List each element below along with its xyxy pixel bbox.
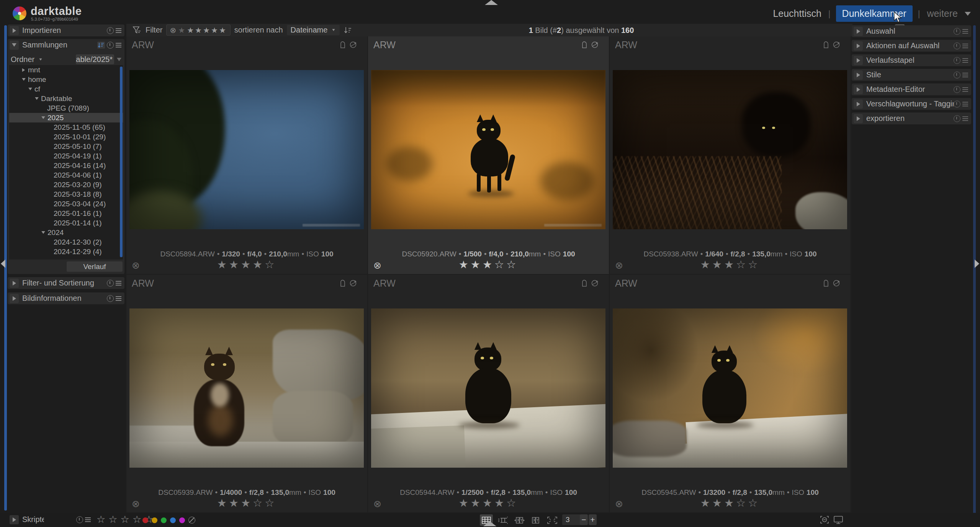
- tree-scrollbar[interactable]: [120, 67, 123, 257]
- focus-peaking-icon[interactable]: [820, 515, 829, 524]
- rating-stars[interactable]: ★★★☆☆: [126, 497, 367, 509]
- info-icon[interactable]: [76, 516, 83, 523]
- module-stile[interactable]: Stile: [852, 69, 971, 81]
- tree-item[interactable]: 2025-04-16 (14): [9, 161, 123, 170]
- presets-menu-icon[interactable]: [962, 73, 968, 77]
- zoom-in-button[interactable]: +: [589, 514, 597, 525]
- tree-item[interactable]: JPEG (7089): [9, 103, 123, 113]
- presets-menu-icon[interactable]: [962, 116, 968, 121]
- zoom-level-input[interactable]: 3: [562, 514, 581, 525]
- presets-menu-icon[interactable]: [116, 281, 121, 286]
- thumbnail[interactable]: ARW DSC05894.ARW•1/320•f/4,0•210,0mm•ISO…: [126, 36, 367, 274]
- star-rating-filter[interactable]: ⊗ ★ ★★★★★: [166, 24, 230, 36]
- tree-item[interactable]: 2024: [9, 228, 123, 237]
- module-importieren[interactable]: Importieren: [8, 24, 124, 36]
- tree-item[interactable]: 2024-12-29 (4): [9, 247, 123, 256]
- tree-item[interactable]: mnt: [9, 65, 123, 75]
- dropdown-icon[interactable]: [117, 58, 121, 61]
- tree-item[interactable]: 2025-10-01 (29): [9, 132, 123, 142]
- presets-menu-icon[interactable]: [116, 28, 121, 33]
- tree-item[interactable]: 2025-03-20 (9): [9, 180, 123, 189]
- info-icon[interactable]: [954, 42, 960, 49]
- presets-menu-icon[interactable]: [962, 87, 968, 92]
- module-verlaufsstapel[interactable]: Verlaufsstapel: [852, 54, 971, 66]
- thumbnail[interactable]: ARW DSC05939.ARW•1/4000•f/2,8•135,0mm•IS…: [126, 275, 367, 512]
- tree-item[interactable]: 2025-11-05 (65): [9, 122, 123, 132]
- thumbnail[interactable]: ARW DSC05945.ARW•1/3200•f/2,8•135,0mm•IS…: [610, 275, 851, 512]
- clear-color-label-icon[interactable]: [188, 517, 195, 524]
- expand-arrow-icon[interactable]: [10, 294, 19, 303]
- color-label-blue[interactable]: [170, 517, 176, 523]
- info-icon[interactable]: [954, 86, 960, 93]
- display-profile-icon[interactable]: [833, 515, 843, 524]
- tree-item[interactable]: 2025-05-10 (7): [9, 142, 123, 151]
- expand-bottom-panel-arrow[interactable]: [483, 521, 496, 526]
- sort-by-dropdown[interactable]: Dateiname: [287, 25, 340, 35]
- expand-arrow-icon[interactable]: [10, 515, 19, 524]
- tree-item[interactable]: home: [9, 75, 123, 84]
- reject-icon[interactable]: ⊗: [373, 498, 381, 509]
- module-auswahl[interactable]: Auswahl: [852, 25, 971, 37]
- tree-item[interactable]: cf: [9, 84, 123, 94]
- info-icon[interactable]: [954, 57, 960, 64]
- tree-item-selected[interactable]: 2025: [9, 113, 123, 122]
- expand-arrow-icon[interactable]: [854, 56, 863, 65]
- thumbnail[interactable]: ARW DSC05944.ARW•1/2500•f/2,8•135,0mm•IS…: [368, 275, 609, 512]
- presets-menu-icon[interactable]: [116, 296, 121, 301]
- collapse-left-panel-arrow[interactable]: [1, 259, 5, 268]
- presets-menu-icon[interactable]: [85, 517, 91, 522]
- tab-leuchttisch[interactable]: Leuchttisch: [771, 5, 823, 22]
- color-label-purple[interactable]: [179, 517, 185, 523]
- right-panel-scrollbar[interactable]: [973, 25, 976, 523]
- tab-weitere[interactable]: weitere: [925, 5, 959, 22]
- reject-icon[interactable]: ⊗: [373, 260, 381, 271]
- module-bildinformationen[interactable]: Bildinformationen: [8, 292, 124, 304]
- info-icon[interactable]: [954, 101, 960, 108]
- collapse-right-panel-arrow[interactable]: [975, 259, 979, 268]
- expand-arrow-icon[interactable]: [10, 279, 19, 288]
- info-icon[interactable]: [107, 27, 114, 34]
- collapse-arrow-icon[interactable]: [10, 41, 19, 50]
- rating-stars[interactable]: ★★★★☆: [126, 258, 367, 271]
- thumbnail-selected[interactable]: ARW DSC05920.A: [368, 36, 609, 274]
- expand-arrow-icon[interactable]: [854, 100, 863, 109]
- tree-item[interactable]: 2025-04-19 (1): [9, 151, 123, 161]
- sort-collection-icon[interactable]: [97, 42, 105, 49]
- rating-stars[interactable]: ★★★☆☆: [610, 497, 851, 509]
- tree-item[interactable]: 2024-12-30 (2): [9, 237, 123, 247]
- expand-arrow-icon[interactable]: [854, 114, 863, 123]
- chevron-down-icon[interactable]: [39, 58, 42, 60]
- tree-item[interactable]: Darktable: [9, 94, 123, 103]
- presets-menu-icon[interactable]: [962, 29, 968, 34]
- expand-arrow-icon[interactable]: [854, 41, 863, 51]
- info-icon[interactable]: [954, 115, 960, 122]
- tree-item[interactable]: 2025-03-18 (8): [9, 189, 123, 199]
- sort-direction-icon[interactable]: [344, 26, 352, 34]
- reject-icon[interactable]: ⊗: [615, 498, 623, 509]
- info-icon[interactable]: [954, 72, 960, 78]
- collapse-top-panel-arrow[interactable]: [485, 0, 498, 5]
- module-metadaten-editor[interactable]: Metadaten-Editor: [852, 83, 971, 95]
- tree-item[interactable]: 2025-04-06 (1): [9, 170, 123, 180]
- reject-icon[interactable]: ⊗: [615, 260, 623, 271]
- presets-menu-icon[interactable]: [962, 44, 968, 48]
- reject-icon[interactable]: ⊗: [132, 498, 140, 509]
- star-threshold-icon[interactable]: ★: [178, 26, 185, 35]
- rating-stars[interactable]: ★★★★☆: [368, 497, 609, 509]
- rating-stars[interactable]: ★★★☆☆: [610, 258, 851, 271]
- tree-item[interactable]: 2025-01-16 (1): [9, 209, 123, 218]
- expand-arrow-icon[interactable]: [854, 70, 863, 80]
- module-aktionen-auf-auswahl[interactable]: Aktionen auf Auswahl: [852, 40, 971, 52]
- thumbnail[interactable]: ARW DSC05938.ARW•1/640•f/2,8•135,0mm•ISO…: [610, 36, 851, 274]
- culling-dynamic-button[interactable]: XY: [513, 514, 526, 526]
- star-range-icons[interactable]: ★★★★★: [187, 26, 227, 35]
- zoom-out-button[interactable]: −: [580, 514, 588, 525]
- expand-arrow-icon[interactable]: [10, 26, 19, 35]
- color-label-green[interactable]: [161, 517, 167, 523]
- chevron-down-icon[interactable]: [965, 12, 971, 16]
- collection-path-input[interactable]: table/2025*: [76, 54, 114, 64]
- module-verschlagwortung-tagging[interactable]: Verschlagwortung - Tagging: [852, 98, 971, 110]
- presets-menu-icon[interactable]: [116, 43, 121, 47]
- expand-arrow-icon[interactable]: [854, 85, 863, 94]
- reject-icon[interactable]: ⊗: [132, 260, 140, 271]
